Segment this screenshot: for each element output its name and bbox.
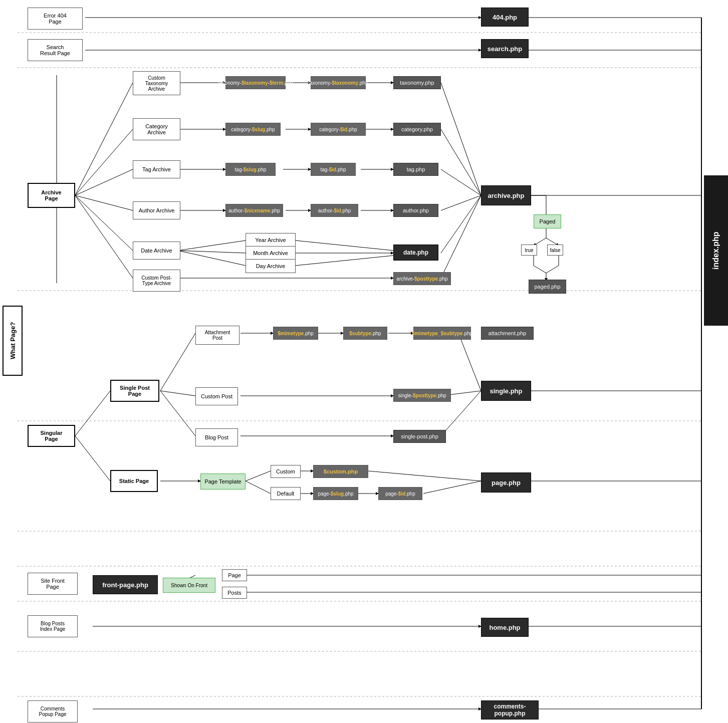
month-archive-node: Month Archive (246, 246, 296, 260)
archive-php-node: archive.php (481, 185, 531, 205)
tag-archive-node: Tag Archive (133, 160, 180, 178)
false-node: false (547, 245, 563, 256)
tag-php-node: tag.php (393, 163, 438, 176)
comments-popup-node: Comments Popup Page (28, 700, 78, 722)
single-posttype-php-node: single-$posttype.php (393, 389, 451, 402)
single-post-php-node: single-post.php (393, 430, 446, 443)
single-php-node: single.php (481, 381, 531, 401)
svg-line-43 (441, 195, 481, 253)
subtype-php-node: $subtype.php (343, 327, 387, 340)
custom-label-node: Custom (271, 465, 301, 478)
mimetype-subtype-php-node: $mimetype_$subtype.php (413, 327, 471, 340)
404-php-node: 404.php (481, 8, 529, 27)
svg-line-53 (534, 266, 546, 273)
taxonomy-php-node: taxonomy.php (393, 76, 441, 89)
connector-lines (0, 0, 728, 723)
svg-line-38 (178, 251, 246, 253)
archive-posttype-php-node: archive-$posttype.php (393, 272, 451, 285)
svg-line-17 (75, 169, 133, 195)
taxonomy-taxonomy-php-node: taxonomy-$taxonomy.php (311, 76, 366, 89)
svg-line-59 (160, 391, 195, 396)
svg-line-57 (75, 436, 110, 481)
author-php-node: author.php (393, 204, 438, 217)
page-slug-php-node: page-$slug.php (313, 487, 358, 500)
svg-line-56 (75, 391, 110, 436)
shown-on-front-node: Shown On Front (163, 578, 215, 593)
tag-slug-php-node: tag-$slug.php (225, 163, 276, 176)
year-archive-node: Year Archive (246, 233, 296, 247)
front-page-php-node: front-page.php (93, 575, 158, 594)
author-archive-node: Author Archive (133, 201, 180, 219)
attachment-php-node: attachment.php (481, 327, 534, 340)
paged-node: Paged (534, 214, 561, 228)
blog-post-node: Blog Post (195, 428, 238, 446)
date-php-node: date.php (393, 245, 438, 261)
default-label-node: Default (271, 487, 301, 500)
author-nicename-php-node: author-$nicename.php (225, 204, 283, 217)
svg-line-77 (423, 481, 481, 494)
svg-line-15 (75, 83, 133, 195)
svg-line-16 (75, 129, 133, 195)
custom-post-type-archive-node: Custom Post- Type Archive (133, 270, 180, 292)
page-php-node: page.php (481, 472, 531, 493)
posts-item-node: Posts (222, 587, 247, 599)
search-php-node: search.php (481, 39, 529, 58)
custom-taxonomy-node: Custom Taxonomy Archive (133, 71, 180, 95)
svg-line-54 (546, 266, 559, 273)
singular-page-node: Singular Page (28, 425, 75, 447)
author-id-php-node: author-$id.php (311, 204, 358, 217)
svg-line-24 (441, 83, 481, 195)
site-front-page-node: Site Front Page (28, 573, 78, 595)
archive-page-node: Archive Page (28, 183, 75, 208)
taxonomy-term-php-node: taxonomy-$taxonomy-$term.php (225, 76, 286, 89)
day-archive-node: Day Archive (246, 259, 296, 273)
main-container: What Page? index.php Error 404 Page 404.… (0, 0, 728, 723)
mimetype-php-node: $mimetype.php (273, 327, 318, 340)
error-404-node: Error 404 Page (28, 8, 83, 30)
index-php-label: index.php (704, 175, 728, 326)
svg-line-60 (160, 391, 195, 436)
svg-line-72 (246, 481, 271, 494)
home-php-node: home.php (481, 618, 529, 637)
custom-php-node: $custom.php (313, 465, 368, 478)
page-template-node: Page Template (200, 473, 246, 490)
svg-line-45 (441, 195, 481, 278)
search-result-node: Search Result Page (28, 39, 83, 61)
category-id-php-node: category-$id.php (311, 123, 366, 136)
paged-php-node: paged.php (529, 280, 566, 294)
category-archive-node: Category Archive (133, 118, 180, 140)
svg-line-19 (75, 195, 133, 251)
category-php-node: category.php (393, 123, 441, 136)
category-slug-php-node: category-$slug.php (225, 123, 281, 136)
comments-popup-php-node: comments- popup.php (481, 700, 539, 719)
svg-line-18 (75, 195, 133, 210)
svg-line-42 (296, 256, 393, 266)
svg-line-32 (441, 169, 481, 195)
tag-id-php-node: tag-$id.php (311, 163, 356, 176)
svg-line-28 (441, 129, 481, 195)
what-page-label: What Page? (3, 306, 23, 376)
page-item-node: Page (222, 569, 247, 581)
svg-line-20 (75, 195, 133, 278)
svg-line-37 (178, 240, 246, 251)
date-archive-node: Date Archive (133, 242, 180, 260)
svg-line-64 (458, 333, 481, 391)
static-page-node: Static Page (110, 470, 158, 492)
page-id-php-node: page-$id.php (378, 487, 422, 500)
attachment-post-node: Attachment Post (195, 326, 239, 345)
svg-line-40 (296, 240, 393, 251)
true-node: true (521, 245, 537, 256)
svg-line-71 (246, 471, 271, 481)
svg-line-36 (441, 195, 481, 210)
svg-line-39 (178, 251, 246, 266)
svg-line-74 (368, 471, 481, 481)
single-post-page-node: Single Post Page (110, 380, 159, 402)
custom-post-node: Custom Post (195, 387, 238, 405)
blog-posts-index-node: Blog Posts Index Page (28, 615, 78, 637)
svg-line-58 (160, 333, 195, 391)
